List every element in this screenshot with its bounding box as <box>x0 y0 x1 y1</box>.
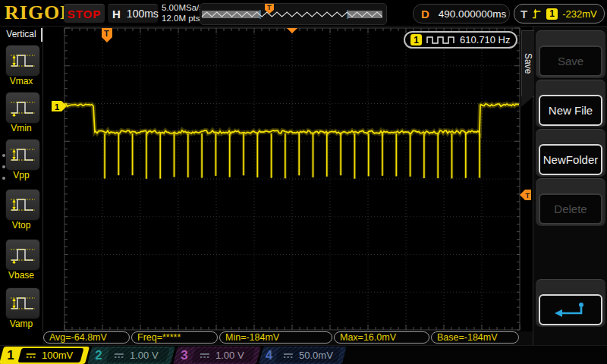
measurement-sidebar: Vertical VmaxVminVppVtopVbaseVamp <box>0 27 43 345</box>
counter-frequency-value: 610.710 Hz <box>460 34 511 46</box>
measure-button-vtop[interactable] <box>5 189 40 221</box>
channel-1-volts-per-div: 100mV <box>42 350 73 361</box>
channel-2-number: 2 <box>90 348 108 363</box>
preview-wave: T <box>200 4 385 23</box>
svg-text:1: 1 <box>55 102 59 111</box>
measurement-result-max: Max=16.0mV <box>334 331 429 344</box>
vtop-pulse-icon <box>9 195 36 215</box>
channel-2-scale: 1.00 V <box>105 348 169 362</box>
save-menu: Save SaveNew FileNewFolderDelete <box>533 27 607 345</box>
channel-4-status[interactable]: 450.0mV <box>259 347 347 364</box>
svg-text:T: T <box>104 29 109 38</box>
trigger-position-marker[interactable]: T <box>102 28 112 42</box>
dc-coupling-icon <box>26 353 36 359</box>
vbase-pulse-icon <box>9 245 36 265</box>
return-arrow-icon[interactable] <box>539 294 602 325</box>
channel-status-bar: 1100mV21.00 V31.00 V450.0mV <box>0 345 607 364</box>
measure-button-vmin[interactable] <box>5 92 40 124</box>
delay-value: 490.000000ms <box>439 8 506 20</box>
sample-rate: 5.00MSa/s <box>162 2 203 13</box>
channel-1-status[interactable]: 1100mV <box>0 347 90 364</box>
measure-label-vbase: Vbase <box>0 270 42 281</box>
channel-4-scale: 50.0mV <box>275 348 341 362</box>
channel-1-number: 1 <box>2 348 20 363</box>
softkey-back[interactable] <box>536 279 605 327</box>
vpp-pulse-icon <box>9 145 36 165</box>
channel-3-scale: 1.00 V <box>191 348 255 362</box>
trigger-label: T <box>521 8 527 20</box>
channel-2-status[interactable]: 21.00 V <box>87 347 175 364</box>
oscilloscope-screen: RIGOL STOP H 100ms 5.00MSa/s 12.0M pts T… <box>0 0 607 364</box>
channel-4-number: 4 <box>261 348 277 363</box>
rising-edge-icon <box>532 8 542 20</box>
channel-1-scale: 100mV <box>17 348 83 362</box>
channel-4-volts-per-div: 50.0mV <box>299 350 333 361</box>
softkey-newfolder[interactable]: NewFolder <box>536 129 605 177</box>
page-indicator-dot <box>2 177 5 180</box>
svg-text:T: T <box>526 192 530 199</box>
vmin-pulse-icon <box>9 98 36 118</box>
run-stop-indicator[interactable]: STOP <box>64 4 105 23</box>
vamp-pulse-icon <box>9 293 36 313</box>
channel-3-status[interactable]: 31.00 V <box>173 347 261 364</box>
timebase-value: 100ms <box>127 8 159 20</box>
sidebar-title: Vertical <box>0 29 42 39</box>
measure-label-vtop: Vtop <box>0 220 42 231</box>
ch1-waveform-trace <box>64 104 519 179</box>
measurement-result-base: Base=-184mV <box>431 331 519 344</box>
softkey-label-newfolder[interactable]: NewFolder <box>539 144 602 175</box>
channel-3-volts-per-div: 1.00 V <box>215 350 244 361</box>
counter-source-badge: 1 <box>410 34 422 46</box>
dc-coupling-icon <box>114 353 124 359</box>
menu-tab-save: Save <box>521 30 534 97</box>
softkey-label-save: Save <box>539 46 602 77</box>
trigger-level-marker[interactable]: T <box>520 190 531 200</box>
trigger-readout[interactable]: T 1 -232mV <box>514 4 605 24</box>
trigger-source-badge: 1 <box>546 8 558 20</box>
acquisition-readout: 5.00MSa/s 12.0M pts <box>162 2 203 24</box>
measure-label-vamp: Vamp <box>0 318 42 329</box>
graticule <box>64 28 520 330</box>
softkey-save[interactable]: Save <box>536 30 605 78</box>
frequency-counter: 1 610.710 Hz <box>404 31 517 49</box>
horizontal-center-marker[interactable] <box>287 28 297 33</box>
delay-label: D <box>421 8 429 20</box>
horizontal-timebase-readout[interactable]: H 100ms <box>108 4 158 23</box>
measure-label-vmin: Vmin <box>0 123 42 133</box>
measurement-result-avg: Avg=-64.8mV <box>43 331 130 344</box>
measurement-result-bar: Avg=-64.8mVFreq=*****Min=-184mVMax=16.0m… <box>42 331 533 345</box>
softkey-new-file[interactable]: New File <box>536 80 605 127</box>
dc-coupling-icon <box>200 353 210 359</box>
return-arrow-icon <box>553 301 588 319</box>
measure-label-vmax: Vmax <box>0 76 42 86</box>
channel-3-number: 3 <box>175 348 193 363</box>
page-indicator-dot <box>2 165 5 168</box>
waveform-display: 1TT <box>42 27 533 331</box>
top-status-bar: RIGOL STOP H 100ms 5.00MSa/s 12.0M pts T… <box>0 0 607 27</box>
measurement-result-freq: Freq=***** <box>131 331 218 344</box>
h-label: H <box>112 8 121 20</box>
measurement-result-min: Min=-184mV <box>219 331 332 344</box>
softkey-delete[interactable]: Delete <box>536 178 605 226</box>
preview-trigger-flag: T <box>265 4 274 14</box>
measure-button-vmax[interactable] <box>5 45 40 77</box>
measure-label-vpp: Vpp <box>0 170 42 180</box>
memory-waveform-preview[interactable]: T <box>200 3 387 25</box>
delay-readout[interactable]: D 490.000000ms <box>413 4 510 24</box>
square-wave-icon <box>426 36 455 45</box>
trigger-level-value: -232mV <box>562 8 597 20</box>
vmax-pulse-icon <box>9 51 36 71</box>
page-indicator-dot <box>2 154 5 157</box>
softkey-label-new-file[interactable]: New File <box>539 95 602 126</box>
softkey-label-delete: Delete <box>539 193 602 224</box>
dc-coupling-icon <box>283 353 294 359</box>
measure-button-vbase[interactable] <box>5 239 40 271</box>
memory-depth: 12.0M pts <box>162 13 203 24</box>
measure-button-vpp[interactable] <box>5 139 40 171</box>
channel-2-volts-per-div: 1.00 V <box>130 350 159 361</box>
measure-button-vamp[interactable] <box>5 287 40 319</box>
svg-text:T: T <box>267 4 272 11</box>
